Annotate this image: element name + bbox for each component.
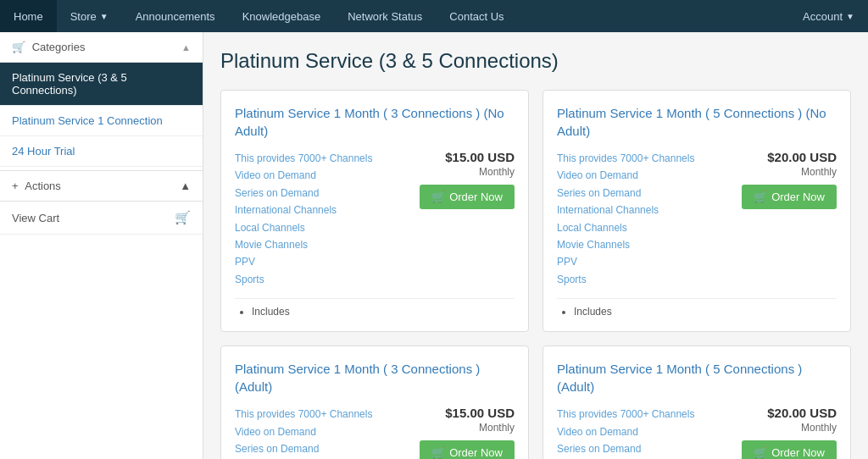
product-features-p1: This provides 7000+ Channels Video on De… <box>235 150 372 288</box>
product-price-p2: $20.00 USD <box>767 150 837 164</box>
product-body-p4: This provides 7000+ Channels Video on De… <box>557 406 837 459</box>
product-period-p3: Monthly <box>479 422 515 434</box>
nav-item-network-status[interactable]: Network Status <box>334 0 436 32</box>
product-card-p3: Platinum Service 1 Month ( 3 Connections… <box>220 346 529 459</box>
cart-btn-icon-p4: 🛒 <box>754 446 767 459</box>
product-features-p2: This provides 7000+ Channels Video on De… <box>557 150 694 288</box>
actions-header: + Actions ▲ <box>0 170 203 202</box>
sidebar-item-platinum-3-5[interactable]: Platinum Service (3 & 5 Connections) <box>0 63 203 106</box>
sidebar-item-platinum-1[interactable]: Platinum Service 1 Connection <box>0 106 203 136</box>
product-price-p3: $15.00 USD <box>445 406 515 420</box>
nav-item-store[interactable]: Store ▼ <box>57 0 122 32</box>
product-period-p2: Monthly <box>801 166 837 178</box>
product-body-p2: This provides 7000+ Channels Video on De… <box>557 150 837 288</box>
categories-chevron-icon: ▲ <box>181 42 191 53</box>
order-button-p4[interactable]: 🛒 Order Now <box>742 440 837 459</box>
nav-item-account[interactable]: Account ▼ <box>789 0 868 32</box>
product-price-p4: $20.00 USD <box>767 406 837 420</box>
product-footer-p1: Includes <box>235 298 515 318</box>
product-body-p1: This provides 7000+ Channels Video on De… <box>235 150 515 288</box>
sidebar: 🛒 Categories ▲ Platinum Service (3 & 5 C… <box>0 32 203 459</box>
product-pricing-p3: $15.00 USD Monthly 🛒 Order Now <box>420 406 515 459</box>
product-price-p1: $15.00 USD <box>445 150 515 164</box>
categories-header: 🛒 Categories ▲ <box>0 32 203 63</box>
product-body-p3: This provides 7000+ Channels Video on De… <box>235 406 515 459</box>
main-nav: Home Store ▼ Announcements Knowledgebase… <box>0 0 868 32</box>
product-features-p4: This provides 7000+ Channels Video on De… <box>557 406 694 459</box>
product-card-p4: Platinum Service 1 Month ( 5 Connections… <box>542 346 851 459</box>
order-button-p1[interactable]: 🛒 Order Now <box>420 185 515 209</box>
order-button-p2[interactable]: 🛒 Order Now <box>742 185 837 209</box>
view-cart-button[interactable]: View Cart 🛒 <box>0 202 203 235</box>
order-button-p3[interactable]: 🛒 Order Now <box>420 440 515 459</box>
nav-item-home[interactable]: Home <box>0 0 57 32</box>
product-grid: Platinum Service 1 Month ( 3 Connections… <box>220 90 851 459</box>
product-period-p4: Monthly <box>801 422 837 434</box>
main-content: Platinum Service (3 & 5 Connections) Pla… <box>203 32 868 459</box>
product-title-p4: Platinum Service 1 Month ( 5 Connections… <box>557 360 837 395</box>
cart-btn-icon-p2: 🛒 <box>754 191 767 203</box>
product-title-p3: Platinum Service 1 Month ( 3 Connections… <box>235 360 515 395</box>
actions-chevron-icon: ▲ <box>180 180 191 192</box>
nav-item-contact-us[interactable]: Contact Us <box>436 0 517 32</box>
product-features-p3: This provides 7000+ Channels Video on De… <box>235 406 372 459</box>
product-card-p1: Platinum Service 1 Month ( 3 Connections… <box>220 90 529 332</box>
product-footer-p2: Includes <box>557 298 837 318</box>
nav-item-knowledgebase[interactable]: Knowledgebase <box>229 0 335 32</box>
cart-icon: 🛒 <box>12 41 25 53</box>
main-container: 🛒 Categories ▲ Platinum Service (3 & 5 C… <box>0 32 868 459</box>
page-title: Platinum Service (3 & 5 Connections) <box>220 49 851 73</box>
view-cart-icon: 🛒 <box>175 210 191 225</box>
nav-item-announcements[interactable]: Announcements <box>122 0 229 32</box>
product-pricing-p2: $20.00 USD Monthly 🛒 Order Now <box>742 150 837 209</box>
cart-btn-icon-p1: 🛒 <box>431 191 445 203</box>
account-dropdown-icon: ▼ <box>846 12 854 21</box>
product-card-p2: Platinum Service 1 Month ( 5 Connections… <box>542 90 851 332</box>
plus-icon: + <box>12 180 19 192</box>
cart-btn-icon-p3: 🛒 <box>431 446 445 459</box>
product-period-p1: Monthly <box>479 166 515 178</box>
product-title-p2: Platinum Service 1 Month ( 5 Connections… <box>557 104 837 140</box>
sidebar-item-trial[interactable]: 24 Hour Trial <box>0 136 203 167</box>
store-dropdown-icon: ▼ <box>100 12 108 21</box>
product-pricing-p1: $15.00 USD Monthly 🛒 Order Now <box>420 150 515 209</box>
product-title-p1: Platinum Service 1 Month ( 3 Connections… <box>235 104 515 140</box>
product-pricing-p4: $20.00 USD Monthly 🛒 Order Now <box>742 406 837 459</box>
